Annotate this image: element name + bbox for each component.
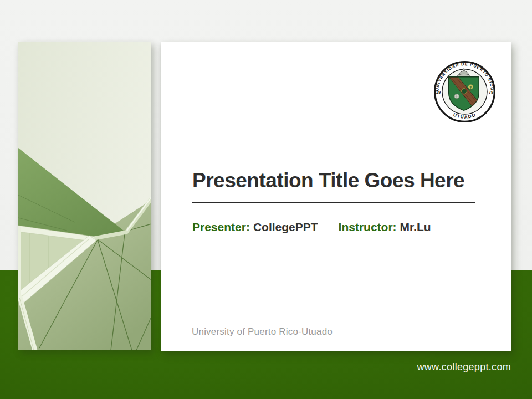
university-seal-icon: UNIVERSIDAD DE PUERTO RICO UTUADO 19 79 [433,60,496,123]
seal-year-left: 19 [436,90,441,95]
presenter-value: CollegePPT [253,221,318,233]
presentation-title: Presentation Title Goes Here [192,170,492,192]
university-name: University of Puerto Rico-Utuado [192,326,332,337]
architecture-photo [18,42,151,350]
byline: Presenter:CollegePPTInstructor:Mr.Lu [192,221,431,234]
slide-canvas: UNIVERSIDAD DE PUERTO RICO UTUADO 19 79 [0,0,532,399]
architecture-photo-graphic [18,42,151,350]
website-url: www.collegeppt.com [417,361,511,373]
presenter-label: Presenter: [192,221,250,233]
seal-year-right: 79 [489,90,494,95]
title-slide-card: UNIVERSIDAD DE PUERTO RICO UTUADO 19 79 [161,42,511,351]
seal-crest-emblem [454,94,459,99]
instructor-value: Mr.Lu [400,221,431,233]
title-underline [192,202,475,203]
instructor-label: Instructor: [339,221,397,233]
